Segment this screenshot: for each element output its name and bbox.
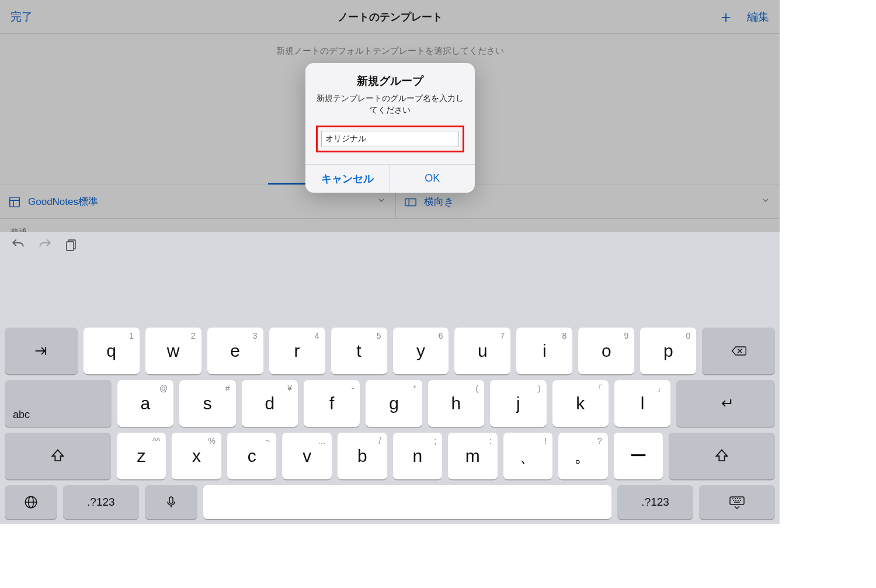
svg-rect-3 (405, 199, 416, 206)
key-p[interactable]: 0p (640, 328, 696, 374)
globe-key[interactable] (5, 485, 57, 519)
dialog-message: 新規テンプレートのグループ名を入力してください (316, 92, 464, 116)
edit-button[interactable]: 編集 (747, 9, 769, 25)
key-h[interactable]: (h (428, 380, 484, 427)
svg-rect-6 (67, 242, 74, 250)
key-z[interactable]: ^^z (117, 433, 166, 479)
key-i[interactable]: 8i (516, 328, 572, 374)
chevron-down-icon (377, 196, 386, 208)
key-u[interactable]: 7u (454, 328, 510, 374)
enter-key[interactable] (676, 380, 775, 427)
key-v[interactable]: …v (282, 433, 332, 479)
key-ー[interactable]: ー (614, 433, 663, 479)
dismiss-keyboard-key[interactable] (699, 485, 775, 519)
space-key[interactable] (203, 485, 611, 519)
add-icon[interactable]: ＋ (718, 6, 734, 28)
shift-key-left[interactable] (5, 433, 111, 479)
key-a[interactable]: @a (117, 380, 173, 427)
header-bar: 完了 ノートのテンプレート ＋ 編集 (0, 0, 780, 34)
key-g[interactable]: *g (366, 380, 422, 427)
ok-button[interactable]: OK (390, 165, 475, 193)
key-k[interactable]: 「k (552, 380, 609, 427)
group-name-input[interactable] (321, 131, 459, 147)
key-q[interactable]: 1q (84, 328, 140, 374)
mic-key[interactable] (145, 485, 197, 519)
key-x[interactable]: %x (172, 433, 221, 479)
key-l[interactable]: 」l (614, 380, 670, 427)
chevron-down-icon (761, 196, 770, 208)
svg-rect-0 (10, 197, 20, 207)
key-s[interactable]: #s (179, 380, 235, 427)
tab-key[interactable] (5, 328, 78, 374)
key-f[interactable]: -f (304, 380, 360, 427)
num-key-left[interactable]: .?123 (63, 485, 139, 519)
cancel-button[interactable]: キャンセル (305, 165, 391, 193)
key-。[interactable]: ?。 (558, 433, 608, 479)
backspace-key[interactable] (702, 328, 775, 374)
new-group-dialog: 新規グループ 新規テンプレートのグループ名を入力してください キャンセル OK (305, 63, 475, 193)
key-t[interactable]: 5t (331, 328, 387, 374)
page-title: ノートのテンプレート (0, 10, 780, 24)
key-、[interactable]: !、 (503, 433, 553, 479)
key-b[interactable]: /b (338, 433, 387, 479)
key-m[interactable]: :m (448, 433, 498, 479)
svg-rect-16 (730, 497, 744, 505)
subheading: 新規ノートのデフォルトテンプレートを選択してください (0, 34, 780, 64)
template-icon (8, 196, 21, 208)
svg-rect-14 (169, 497, 173, 503)
key-w[interactable]: 2w (145, 328, 201, 374)
shift-key-right[interactable] (669, 433, 775, 479)
abc-key[interactable]: abc (5, 380, 112, 427)
dialog-title: 新規グループ (316, 74, 464, 89)
key-d[interactable]: ¥d (242, 380, 298, 427)
key-o[interactable]: 9o (578, 328, 634, 374)
done-button[interactable]: 完了 (11, 9, 33, 25)
key-r[interactable]: 4r (269, 328, 325, 374)
key-j[interactable]: )j (490, 380, 546, 427)
input-highlight-box (316, 126, 464, 152)
on-screen-keyboard: 1q2w3e4r5t6y7u8i9o0pabc@a#s¥d-f*g(h)j「k」… (0, 232, 780, 524)
clipboard-icon[interactable] (64, 238, 78, 254)
key-e[interactable]: 3e (207, 328, 263, 374)
num-key-right[interactable]: .?123 (617, 485, 693, 519)
template-group-label: GoodNotes標準 (28, 195, 98, 208)
key-y[interactable]: 6y (393, 328, 449, 374)
orientation-icon (404, 196, 417, 208)
orientation-label: 横向き (424, 195, 454, 208)
redo-icon[interactable] (37, 237, 53, 255)
keyboard-toolbar (0, 232, 780, 260)
key-n[interactable]: ;n (393, 433, 443, 479)
undo-icon[interactable] (11, 237, 26, 255)
key-c[interactable]: ~c (227, 433, 277, 479)
